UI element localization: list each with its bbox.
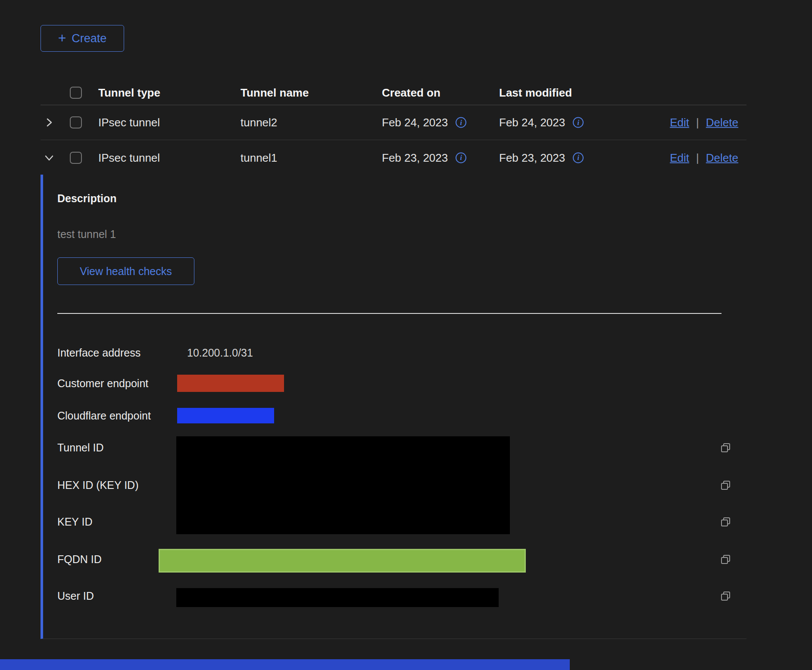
info-icon[interactable]: i <box>456 152 466 163</box>
collapse-row-button[interactable] <box>44 153 54 163</box>
last-modified-text: Feb 23, 2023 <box>499 151 565 164</box>
tunnel-id-label: Tunnel ID <box>57 441 103 454</box>
copy-icon <box>720 479 732 492</box>
table-row-tunnel1: IPsec tunnel tunnel1 Feb 23, 2023 i Feb … <box>41 140 746 175</box>
header-last-modified: Last modified <box>499 86 572 99</box>
plus-icon: + <box>58 31 66 45</box>
chevron-right-icon <box>44 117 54 128</box>
tunnels-table: Tunnel type Tunnel name Created on Last … <box>41 80 746 175</box>
customer-endpoint-label: Customer endpoint <box>57 376 148 390</box>
edit-link[interactable]: Edit <box>670 116 689 129</box>
copy-fqdn-id-button[interactable] <box>720 554 732 566</box>
edit-link[interactable]: Edit <box>670 151 689 164</box>
cloudflare-endpoint-label: Cloudflare endpoint <box>57 409 151 423</box>
fqdn-id-label: FQDN ID <box>57 552 102 566</box>
copy-user-id-button[interactable] <box>720 590 732 602</box>
last-modified-text: Feb 24, 2023 <box>499 116 565 129</box>
key-id-label: KEY ID <box>57 515 93 529</box>
row-actions: Edit | Delete <box>670 116 738 129</box>
copy-icon <box>720 442 732 454</box>
hex-id-label: HEX ID (KEY ID) <box>57 478 138 492</box>
copy-icon <box>720 516 732 528</box>
created-on-cell: Feb 24, 2023 i <box>382 116 466 129</box>
fqdn-id-redacted-value <box>159 549 526 573</box>
link-separator: | <box>696 116 699 129</box>
user-id-redacted-value <box>176 588 499 607</box>
header-created-on: Created on <box>382 86 440 99</box>
tunnel-name-cell: tunnel1 <box>240 151 277 164</box>
create-button-label: Create <box>72 32 106 45</box>
description-label: Description <box>57 192 117 205</box>
cloudflare-endpoint-redacted-value <box>177 408 274 423</box>
created-on-text: Feb 24, 2023 <box>382 116 448 129</box>
chevron-down-icon <box>44 153 54 163</box>
tunnel-detail-panel: Description test tunnel 1 View health ch… <box>41 175 746 639</box>
user-id-label: User ID <box>57 589 94 603</box>
header-tunnel-type: Tunnel type <box>98 86 160 99</box>
row-actions: Edit | Delete <box>670 151 738 164</box>
info-icon[interactable]: i <box>573 117 584 128</box>
info-icon[interactable]: i <box>573 152 584 163</box>
copy-tunnel-id-button[interactable] <box>720 442 732 454</box>
row-checkbox[interactable] <box>70 116 82 128</box>
created-on-cell: Feb 23, 2023 i <box>382 151 466 164</box>
create-button[interactable]: + Create <box>41 25 124 52</box>
expand-row-button[interactable] <box>44 117 54 128</box>
copy-icon <box>720 554 732 566</box>
delete-link[interactable]: Delete <box>706 151 738 164</box>
bottom-blue-bar <box>0 659 570 670</box>
row-checkbox[interactable] <box>70 152 82 164</box>
copy-hex-id-button[interactable] <box>720 479 732 492</box>
tunnel-name-cell: tunnel2 <box>240 116 277 129</box>
info-icon[interactable]: i <box>456 117 466 128</box>
table-header-row: Tunnel type Tunnel name Created on Last … <box>41 80 746 105</box>
customer-endpoint-redacted-value <box>177 375 284 392</box>
created-on-text: Feb 23, 2023 <box>382 151 448 164</box>
interface-address-value: 10.200.1.0/31 <box>187 346 253 360</box>
table-row-tunnel2: IPsec tunnel tunnel2 Feb 24, 2023 i Feb … <box>41 105 746 140</box>
delete-link[interactable]: Delete <box>706 116 738 129</box>
link-separator: | <box>696 151 699 164</box>
description-value: test tunnel 1 <box>57 228 116 241</box>
select-all-checkbox[interactable] <box>70 87 82 99</box>
last-modified-cell: Feb 23, 2023 i <box>499 151 584 164</box>
section-divider <box>57 313 721 314</box>
copy-key-id-button[interactable] <box>720 516 732 528</box>
tunnel-type-cell: IPsec tunnel <box>98 151 160 164</box>
view-health-checks-button[interactable]: View health checks <box>57 257 194 285</box>
tunnel-type-cell: IPsec tunnel <box>98 116 160 129</box>
last-modified-cell: Feb 24, 2023 i <box>499 116 584 129</box>
copy-icon <box>720 590 732 602</box>
ids-redacted-value <box>176 436 510 534</box>
interface-address-label: Interface address <box>57 346 141 360</box>
header-tunnel-name: Tunnel name <box>240 86 309 99</box>
